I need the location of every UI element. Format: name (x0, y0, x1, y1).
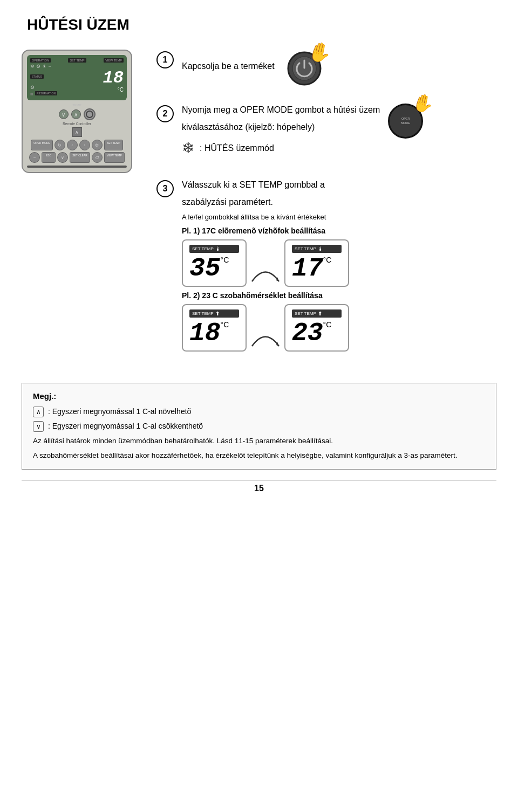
temp-display-after-1: SET TEMP 🌡 17 °C (284, 239, 349, 287)
icon-rc-2: ⚙ (36, 64, 40, 69)
instructions-area: 1 Kapcsolja be a terméket (156, 50, 496, 372)
temp-number-after-2: 23 (292, 320, 323, 346)
temp-display-before-2: SET TEMP ⬆ 18 °C (182, 304, 247, 352)
note-4-text: A szobahõmérséklet beállításai akor hozz… (33, 450, 485, 462)
curved-arrow-2 (249, 325, 282, 352)
down-btn-rc2[interactable]: ∨ (57, 152, 68, 163)
set-temp-header-1: SET TEMP 🌡 (189, 245, 239, 253)
display-pair-2: SET TEMP ⬆ 18 °C (182, 304, 496, 352)
celsius-1: °C (221, 256, 229, 264)
note-row-2: ∨ : Egyszeri megnyomással 1 C-al csökken… (33, 421, 485, 432)
step-3-text2: szabályzási paramétert. (182, 196, 496, 209)
reservation-label-rc: RESERVATION (35, 91, 57, 95)
step-2-text1: Nyomja meg a OPER MODE gombot a hûtési ü… (182, 104, 380, 116)
up-center-btn[interactable]: ∧ (72, 127, 82, 137)
temp-display-after-2: SET TEMP ⬆ 23 °C (284, 304, 349, 352)
step-1-number: 1 (156, 51, 174, 68)
step-1: 1 Kapcsolja be a terméket (156, 50, 496, 87)
remote-controller: OPERATION SET TEMP VIEW TEMP ❄ ⚙ ☀ ~ (22, 50, 132, 173)
celsius-2: °C (323, 256, 332, 264)
notes-title: Megj.: (33, 391, 485, 401)
note-1-text: : Egyszeri megnyomással 1 C-al növelhetõ (48, 406, 191, 417)
curved-arrow-1 (249, 260, 282, 287)
hand-pointer-area: 🤚 (285, 50, 323, 87)
step-2: 2 Nyomja meg a OPER MODE gombot a hûtési… (156, 104, 496, 162)
step-2-content: Nyomja meg a OPER MODE gombot a hûtési ü… (182, 104, 496, 162)
set-temp-header-2: SET TEMP 🌡 (292, 245, 342, 253)
step-1-text: Kapcsolja be a terméket (182, 60, 275, 73)
oper-mode-btn-rc[interactable]: OPER MODE (31, 140, 53, 150)
step-2-text2: kiválasztásához (kijelzõ: hópehely) (182, 121, 380, 134)
page-title: HÛTÉSI ÜZEM (27, 16, 496, 33)
oper-mode-area: OPERMODE 🤚 (388, 104, 423, 139)
note-2-text: : Egyszeri megnyomással 1 C-al csökkenth… (48, 421, 203, 432)
set-temp-header-3: SET TEMP ⬆ (189, 309, 239, 318)
step-3-content: Válasszuk ki a SET TEMP gombbal a szabál… (182, 178, 496, 356)
remote-display-number: 18 (103, 70, 124, 87)
operation-label: OPERATION (30, 58, 51, 63)
right-btn-rc[interactable]: › (79, 140, 90, 150)
snowflake-icon: ❄ (182, 139, 194, 157)
step-3-text1: Válasszuk ki a SET TEMP gombbal a (182, 178, 496, 191)
rc-bottom-bar (27, 166, 127, 168)
note-row-1: ∧ : Egyszeri megnyomással 1 C-al növelhe… (33, 406, 485, 417)
icon-rc-4: ~ (48, 64, 51, 69)
power-inner (86, 111, 93, 118)
temp-number-after-1: 17 (292, 256, 323, 281)
left-btn-rc[interactable]: ‹ (67, 140, 78, 150)
temp-number-before-2: 18 (189, 320, 221, 346)
arrow-svg-2 (249, 325, 282, 352)
celsius-3: °C (221, 320, 229, 329)
note-3-text: Az állítási határok minden üzemmódban be… (33, 435, 485, 447)
view-temp-label-rc: VIEW TEMP (104, 58, 124, 63)
oper-mode-btn-label: OPERMODE (401, 117, 411, 125)
remote-controller-area: OPERATION SET TEMP VIEW TEMP ❄ ⚙ ☀ ~ (22, 50, 146, 372)
set-temp-btn-rc[interactable]: SET TEMP (104, 140, 123, 150)
temp-display-before-1: SET TEMP 🌡 35 °C (182, 239, 247, 287)
power-btn-rc[interactable] (84, 108, 96, 120)
mode-icon-btn-rc[interactable]: ↻ (54, 140, 65, 150)
hutes-mode-text: : HÛTÉS üzemmód (200, 143, 274, 153)
remote-controller-label: Remote Controller (27, 122, 127, 126)
notes-section: Megj.: ∧ : Egyszeri megnyomással 1 C-al … (22, 383, 496, 470)
esc-btn-rc[interactable]: ESC (42, 152, 56, 163)
set-temp-label-rc: SET TEMP (68, 58, 86, 63)
step-2-number: 2 (156, 105, 174, 122)
arrow-svg-1 (249, 260, 282, 287)
up-arrow-icon: ∧ (33, 407, 44, 417)
up-arrow-btn-rc[interactable]: ∧ (71, 109, 81, 119)
page-number: 15 (22, 480, 496, 496)
remote-celsius: °C (118, 87, 124, 93)
timer-btn[interactable]: ⏱ (92, 152, 103, 163)
pl1-label: Pl. 1) 17C elõremenõ vízhõfok beállítása (182, 226, 496, 235)
step-3-sub: A le/fel gombokkal állítsa be a kívánt é… (182, 213, 496, 221)
down-arrow-icon: ∨ (33, 421, 44, 432)
display-pair-1: SET TEMP 🌡 35 °C (182, 239, 496, 287)
wind-btn-rc[interactable]: ~ (29, 152, 40, 163)
step-3: 3 Válasszuk ki a SET TEMP gombbal a szab… (156, 178, 496, 356)
gear-btn-rc[interactable]: ⚙ (92, 140, 103, 150)
status-label-rc: STATUS (30, 74, 44, 79)
snowflake-icon-rc: ❄ (30, 64, 35, 69)
snowflake-area: ❄ : HÛTÉS üzemmód (182, 139, 380, 157)
set-temp-header-4: SET TEMP ⬆ (292, 309, 342, 318)
step-1-content: Kapcsolja be a terméket (182, 50, 496, 87)
celsius-4: °C (323, 320, 332, 329)
set-clear-btn[interactable]: SET CLEAR (70, 152, 90, 163)
down-arrow-btn-rc[interactable]: ∨ (59, 109, 69, 119)
icon-rc-3: ☀ (42, 64, 46, 69)
view-temp-btn[interactable]: VIEW TEMP (104, 152, 125, 163)
step-3-number: 3 (156, 180, 174, 197)
remote-screen: OPERATION SET TEMP VIEW TEMP ❄ ⚙ ☀ ~ (27, 55, 127, 100)
temp-label-rc: TEMP (27, 104, 127, 107)
temp-number-before-1: 35 (189, 256, 221, 281)
pl2-label: Pl. 2) 23 C szobahõmérséklet beállítása (182, 291, 496, 300)
